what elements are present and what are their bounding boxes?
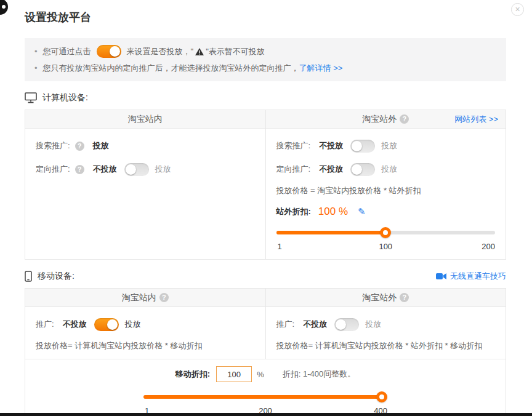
- help-icon[interactable]: ?: [159, 293, 169, 302]
- computer-onsite-target-toggle[interactable]: [124, 163, 149, 176]
- close-button[interactable]: ×: [511, 3, 524, 16]
- mobile-discount-footer: 移动折扣: % 折扣: 1-400间整数。 1 200 400: [25, 359, 506, 416]
- mobile-onsite-cell: 推广: 不投放 投放 投放价格= 计算机淘宝站内投放价格 * 移动折扣: [25, 307, 266, 359]
- help-icon[interactable]: ?: [400, 114, 409, 124]
- promo-label: 推广:: [276, 319, 295, 330]
- mobile-discount-input[interactable]: [216, 366, 252, 382]
- slider-thumb[interactable]: [380, 227, 391, 238]
- mobile-onsite-header-label: 淘宝站内: [122, 292, 156, 303]
- mobile-offsite-promo-toggle[interactable]: [334, 318, 359, 331]
- bullet-icon: •: [34, 47, 38, 56]
- toggle-knob: [336, 319, 346, 330]
- target-off-label: 不投放: [93, 164, 117, 175]
- computer-offsite-header-label: 淘宝站外: [362, 114, 397, 125]
- offsite-price-formula: 投放价格 = 淘宝站内投放价格 * 站外折扣: [276, 185, 496, 196]
- computer-onsite-header-cell: 淘宝站内: [25, 110, 266, 128]
- computer-offsite-header-cell: 淘宝站外 ? 网站列表 >>: [266, 110, 506, 128]
- close-icon: ×: [515, 4, 520, 14]
- offsite-discount-value: 100 %: [318, 206, 348, 218]
- search-off-label: 不投放: [319, 140, 343, 151]
- cropped-page-bottom-bar: [0, 413, 532, 416]
- target-off-label: 不投放: [319, 164, 343, 175]
- offsite-discount-slider[interactable]: [276, 226, 496, 239]
- mobile-offsite-price-formula: 投放价格= 计算机淘宝站内投放价格 * 站外折扣 * 移动折扣: [276, 340, 496, 351]
- toggle-knob: [126, 164, 136, 175]
- mobile-offsite-promo-row: 推广: 不投放 投放: [276, 317, 496, 332]
- computer-icon: [25, 92, 37, 103]
- edit-discount-icon[interactable]: ✎: [358, 206, 366, 217]
- help-icon[interactable]: ?: [400, 293, 409, 302]
- slider-min-label: 1: [278, 242, 282, 251]
- notice-line-2: • 您只有投放淘宝站内的定向推广后，才能选择投放淘宝站外的定向推广， 了解详情 …: [34, 60, 496, 76]
- percent-sign: %: [257, 370, 264, 379]
- help-icon[interactable]: ?: [75, 165, 84, 174]
- mobile-section-header: 移动设备: 无线直通车技巧: [25, 271, 506, 282]
- set-delivery-platform-modal: × 设置投放平台 • 您可通过点击 来设置是否投放，" "表示暂不可投放 • 您…: [0, 0, 532, 416]
- notice-text: 来设置是否投放，": [127, 46, 194, 57]
- slider-fill: [276, 231, 386, 234]
- mobile-discount-slider[interactable]: [143, 391, 387, 403]
- computer-onsite-cell: 搜索推广: ? 投放 定向推广: ? 不投放 投放: [25, 129, 266, 259]
- offsite-discount-row: 站外折扣: 100 % ✎: [276, 206, 496, 218]
- computer-table-header: 淘宝站内 淘宝站外 ? 网站列表 >>: [25, 110, 506, 129]
- mobile-offsite-header-cell: 淘宝站外 ?: [266, 289, 506, 306]
- computer-onsite-header-label: 淘宝站内: [128, 114, 163, 125]
- mobile-discount-row: 移动折扣: % 折扣: 1-400间整数。: [25, 366, 506, 382]
- offsite-slider-labels: 1 100 200: [276, 242, 496, 252]
- computer-table: 淘宝站内 淘宝站外 ? 网站列表 >> 搜索推广: ? 投放 定向推广:: [25, 110, 506, 260]
- search-promo-value: 投放: [93, 140, 109, 151]
- page-title: 设置投放平台: [25, 10, 506, 25]
- promo-on-label: 投放: [125, 319, 141, 330]
- toggle-knob: [110, 46, 120, 57]
- promo-off-label: 不投放: [63, 319, 87, 330]
- wireless-tips-link[interactable]: 无线直通车技巧: [450, 271, 506, 282]
- target-promo-label: 定向推广:: [36, 164, 70, 175]
- demo-toggle[interactable]: [97, 45, 121, 58]
- phone-icon: [25, 271, 32, 282]
- slider-mid-label: 100: [379, 242, 392, 251]
- promo-label: 推广:: [36, 319, 54, 330]
- slider-thumb[interactable]: [376, 391, 387, 402]
- promo-off-label: 不投放: [303, 319, 327, 330]
- mobile-discount-label: 移动折扣:: [175, 369, 210, 380]
- target-on-label: 投放: [381, 164, 397, 175]
- target-promo-label: 定向推广:: [276, 164, 311, 175]
- toggle-knob: [352, 141, 362, 151]
- mobile-discount-hint: 折扣: 1-400间整数。: [283, 369, 355, 380]
- promo-on-label: 投放: [365, 319, 381, 330]
- site-list-link[interactable]: 网站列表 >>: [454, 114, 498, 125]
- notice-line-1: • 您可通过点击 来设置是否投放，" "表示暂不可投放: [34, 43, 496, 60]
- mobile-section-title: 移动设备:: [38, 271, 75, 282]
- help-icon[interactable]: ?: [75, 142, 84, 151]
- computer-offsite-search-toggle[interactable]: [350, 140, 375, 153]
- computer-onsite-target-row: 定向推广: ? 不投放 投放: [36, 162, 255, 177]
- bullet-icon: •: [34, 63, 38, 73]
- mobile-onsite-header-cell: 淘宝站内 ?: [25, 289, 266, 306]
- computer-offsite-search-row: 搜索推广: 不投放 投放: [276, 138, 496, 153]
- search-promo-label: 搜索推广:: [36, 140, 70, 151]
- toggle-knob: [352, 164, 362, 175]
- offsite-discount-label: 站外折扣:: [276, 206, 311, 217]
- mobile-onsite-price-formula: 投放价格= 计算机淘宝站内投放价格 * 移动折扣: [36, 340, 255, 351]
- mobile-onsite-promo-row: 推广: 不投放 投放: [36, 317, 255, 332]
- mobile-offsite-cell: 推广: 不投放 投放 投放价格= 计算机淘宝站内投放价格 * 站外折扣 * 移动…: [266, 307, 506, 359]
- notice-text: 您只有投放淘宝站内的定向推广后，才能选择投放淘宝站外的定向推广，: [43, 63, 299, 74]
- computer-offsite-cell: 搜索推广: 不投放 投放 定向推广: 不投放 投放 投放价格 = 淘宝站内投放价…: [266, 129, 506, 259]
- search-promo-label: 搜索推广:: [276, 140, 311, 151]
- notice-text: 您可通过点击: [43, 46, 91, 57]
- toggle-knob: [107, 319, 118, 330]
- mobile-table-header: 淘宝站内 ? 淘宝站外 ?: [25, 289, 506, 307]
- mobile-offsite-header-label: 淘宝站外: [362, 292, 397, 303]
- computer-section-title: 计算机设备:: [42, 92, 88, 103]
- notice-box: • 您可通过点击 来设置是否投放，" "表示暂不可投放 • 您只有投放淘宝站内的…: [25, 38, 506, 81]
- learn-more-link[interactable]: 了解详情 >>: [299, 63, 343, 74]
- search-on-label: 投放: [381, 140, 397, 151]
- computer-offsite-target-row: 定向推广: 不投放 投放: [276, 162, 496, 177]
- mobile-table: 淘宝站内 ? 淘宝站外 ? 推广: 不投放 投放 投放价格= 计算机淘宝站内投: [25, 288, 506, 416]
- target-on-label: 投放: [155, 164, 171, 175]
- notice-text: "表示暂不可投放: [206, 46, 265, 57]
- video-camera-icon: [436, 273, 446, 280]
- computer-offsite-target-toggle[interactable]: [350, 163, 375, 176]
- slider-max-label: 200: [482, 242, 495, 251]
- mobile-onsite-promo-toggle[interactable]: [94, 318, 119, 331]
